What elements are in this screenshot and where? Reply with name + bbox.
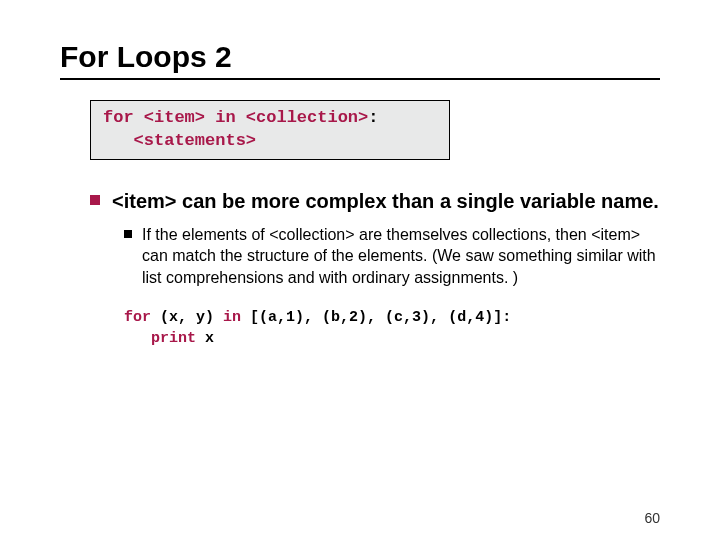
slide-title: For Loops 2	[60, 40, 660, 74]
syntax-box: for <item> in <collection>: <statements>	[90, 100, 450, 160]
example-code: for (x, y) in [(a,1), (b,2), (c,3), (d,4…	[124, 307, 660, 349]
sub-bullet: If the elements of <collection> are them…	[124, 224, 660, 289]
sb-c1: <collection>	[269, 226, 354, 243]
ph-item: <item>	[144, 108, 205, 127]
main-bullet-text: <item> can be more complex than a single…	[112, 188, 659, 214]
main-bullet-rest: can be more complex than a single variab…	[176, 190, 658, 212]
kw-in: in	[215, 108, 235, 127]
sb-p2: are themselves collections, then	[355, 226, 592, 243]
ph-statements: <statements>	[134, 131, 256, 150]
sb-p3: can match the structure of the elements.…	[142, 247, 656, 286]
colon: :	[368, 108, 378, 127]
ph-collection: <collection>	[246, 108, 368, 127]
sb-p1: If the elements of	[142, 226, 269, 243]
sub-bullet-icon	[124, 230, 132, 238]
page-number: 60	[644, 510, 660, 526]
title-underline	[60, 78, 660, 80]
bullet-icon	[90, 195, 100, 205]
kw-for: for	[103, 108, 134, 127]
sub-bullet-text: If the elements of <collection> are them…	[142, 224, 660, 289]
ex-print: print	[151, 330, 196, 347]
ex-list: [(a,1), (b,2), (c,3), (d,4)]:	[250, 309, 511, 326]
sb-c2: <item>	[591, 226, 640, 243]
ex-tuple: (x, y)	[160, 309, 214, 326]
ex-for: for	[124, 309, 151, 326]
main-bullet: <item> can be more complex than a single…	[90, 188, 660, 214]
ex-print-arg: x	[205, 330, 214, 347]
item-code: <item>	[112, 190, 176, 212]
ex-in: in	[223, 309, 241, 326]
